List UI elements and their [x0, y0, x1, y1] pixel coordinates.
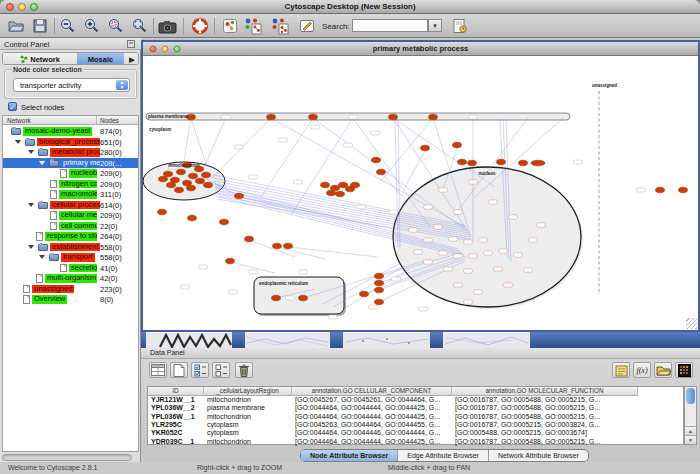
table-row[interactable]: YPL036W__1mitochondrion[GO:0044464, GO:0…: [148, 413, 683, 421]
table-row[interactable]: YPL036W__2plasma membrane[GO:0044464, GO…: [148, 404, 683, 412]
network-edge[interactable]: [191, 118, 207, 167]
table-cell[interactable]: [GO:0044464, GO:0044444, GO:0044425, G..…: [292, 438, 452, 446]
table-row[interactable]: YKR052Ccytoplasm[GO:0044464, GO:0044446,…: [148, 429, 683, 437]
background-window-thumbnail[interactable]: [343, 332, 430, 348]
table-cell[interactable]: [GO:0045263, GO:0044464, GO:0044455, G..…: [292, 421, 452, 429]
tree-row[interactable]: transport558(0): [3, 252, 138, 263]
network-edge[interactable]: [183, 118, 191, 167]
table-column-header[interactable]: annotation.GO CELLULAR_COMPONENT: [292, 387, 452, 396]
delete-attribute-button[interactable]: [235, 362, 253, 378]
new-attribute-button[interactable]: [170, 362, 188, 378]
network-node[interactable]: [167, 182, 176, 188]
network-edge[interactable]: [271, 118, 465, 227]
table-cell[interactable]: YDR039C__1: [148, 438, 204, 446]
network-node-unselected[interactable]: [479, 238, 488, 242]
zoom-in-button[interactable]: [82, 17, 102, 35]
table-cell[interactable]: mitochondrion: [204, 413, 292, 421]
select-nodes-checkbox[interactable]: ✓: [8, 102, 17, 111]
background-window-edge[interactable]: [232, 332, 245, 348]
network-node[interactable]: [375, 287, 384, 293]
network-node-unselected[interactable]: [424, 205, 433, 209]
network-node[interactable]: [187, 114, 196, 120]
vizmapper-button[interactable]: [243, 17, 263, 35]
network-node[interactable]: [375, 280, 384, 286]
network-node[interactable]: [327, 190, 336, 196]
tab-overflow-button[interactable]: ▶: [124, 53, 139, 65]
table-cell[interactable]: [GO:0044464, GO:0044444, GO:0044425, G..…: [292, 404, 452, 412]
network-node[interactable]: [159, 176, 168, 182]
network-node[interactable]: [389, 114, 398, 120]
network-node-unselected[interactable]: [424, 238, 433, 242]
combobox-stepper-icon[interactable]: ▲▼: [116, 80, 128, 90]
network-node[interactable]: [171, 177, 180, 183]
tree-row[interactable]: response to stimulu264(0): [3, 231, 138, 242]
network-node[interactable]: [164, 171, 173, 177]
index-button[interactable]: [450, 17, 470, 35]
network-node[interactable]: [531, 160, 545, 166]
network-node[interactable]: [375, 273, 384, 279]
table-column-header[interactable]: annotation.GO MOLECULAR_FUNCTION: [452, 387, 638, 396]
network-node[interactable]: [519, 160, 528, 166]
network-edge[interactable]: [405, 149, 426, 187]
network-node[interactable]: [204, 182, 213, 188]
zoom-out-button[interactable]: [58, 17, 78, 35]
edit-annotation-button[interactable]: [297, 17, 317, 35]
save-button[interactable]: [30, 17, 50, 35]
network-node-unselected[interactable]: [524, 268, 533, 272]
network-node[interactable]: [284, 243, 293, 249]
network-node[interactable]: [220, 219, 229, 225]
formula-button[interactable]: f(x): [633, 362, 651, 378]
tree-row[interactable]: mosaic-demo-yeast874(0): [3, 126, 138, 137]
tree-row[interactable]: macromolecule311(0): [3, 189, 138, 200]
table-cell[interactable]: YPL036W__1: [148, 413, 204, 421]
scroll-down-button[interactable]: ▼: [685, 435, 696, 444]
network-node[interactable]: [468, 160, 477, 166]
network-node[interactable]: [351, 182, 360, 188]
table-cell[interactable]: [GO:0016787, GO:0005488, GO:0005215, G..…: [452, 396, 638, 404]
background-window-thumbnail[interactable]: [443, 332, 530, 348]
scroll-up-button[interactable]: ▲: [685, 426, 696, 435]
network-edge[interactable]: [289, 247, 378, 257]
network-node-unselected[interactable]: [469, 180, 478, 184]
network-node[interactable]: [453, 142, 462, 148]
tree-row[interactable]: biological_process651(0): [3, 137, 138, 148]
network-edge[interactable]: [203, 118, 226, 169]
expand-arrow-icon[interactable]: [28, 150, 34, 154]
tab-node-attribute-browser[interactable]: Node Attribute Browser: [301, 450, 398, 461]
table-row[interactable]: YLR295Ccytoplasm[GO:0045263, GO:0044464,…: [148, 421, 683, 429]
network-node[interactable]: [196, 178, 205, 184]
table-column-header[interactable]: ID: [148, 387, 204, 396]
table-cell[interactable]: [GO:0005488, GO:0005215, GO:0003674]: [452, 429, 638, 437]
background-window-edge[interactable]: [530, 332, 700, 348]
table-cell[interactable]: cytoplasm: [204, 429, 292, 437]
network-node-unselected[interactable]: [454, 210, 463, 214]
network-node-unselected[interactable]: [504, 283, 513, 287]
search-input[interactable]: [352, 19, 428, 32]
tree-row[interactable]: cell communicat22(0): [3, 221, 138, 232]
network-node[interactable]: [375, 299, 384, 305]
tree-row[interactable]: primary metabo209(...: [3, 158, 138, 169]
zoom-fit-button[interactable]: [130, 17, 150, 35]
network-node-unselected[interactable]: [474, 290, 483, 294]
network-node-unselected[interactable]: [537, 223, 546, 227]
network-node[interactable]: [187, 185, 196, 191]
network-node-unselected[interactable]: [499, 249, 508, 253]
network-node[interactable]: [309, 114, 318, 120]
table-cell[interactable]: YKR052C: [148, 429, 204, 437]
plasma-membrane-compartment[interactable]: [146, 113, 570, 120]
table-cell[interactable]: YJR121W__1: [148, 396, 204, 404]
network-node[interactable]: [188, 215, 197, 221]
tree-row[interactable]: multi-organism pro42(0): [3, 273, 138, 284]
network-node-unselected[interactable]: [509, 215, 518, 219]
network-node-unselected[interactable]: [414, 250, 423, 254]
network-node-unselected[interactable]: [444, 267, 453, 271]
tree-row[interactable]: cellular metabol209(0): [3, 210, 138, 221]
tree-row[interactable]: unassigned223(0): [3, 284, 138, 295]
network-node[interactable]: [299, 295, 308, 301]
scrollbar-thumb[interactable]: [686, 388, 695, 404]
expand-arrow-icon[interactable]: [28, 245, 34, 249]
tree-row[interactable]: metabolic process280(0): [3, 147, 138, 158]
network-node[interactable]: [360, 291, 369, 297]
network-node[interactable]: [183, 180, 192, 186]
tree-row[interactable]: nucleobase-209(0): [3, 168, 138, 179]
